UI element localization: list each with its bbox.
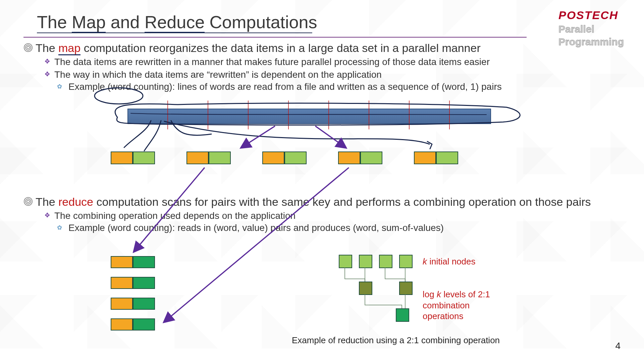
map-heading: The map computation reorganizes the data… bbox=[23, 42, 624, 55]
map-heading-post: computation reorganizes the data items i… bbox=[80, 42, 481, 54]
map-pair-2 bbox=[186, 152, 231, 164]
map-pair-1 bbox=[111, 152, 155, 164]
page-number: 4 bbox=[615, 341, 621, 351]
title-post: Computations bbox=[205, 12, 317, 32]
title-pre: The bbox=[37, 12, 72, 32]
dataset-bar bbox=[127, 109, 491, 124]
map-bullet-1: The data items are rewritten in a manner… bbox=[44, 57, 624, 67]
map-pair-3 bbox=[262, 152, 307, 164]
tree-label-initial-rest: initial nodes bbox=[427, 256, 476, 266]
tree-label-initial: k initial nodes bbox=[423, 256, 476, 267]
tree-label-levels-pre: log bbox=[423, 289, 437, 299]
tree-root bbox=[396, 308, 409, 322]
title-mid: and bbox=[106, 12, 145, 32]
svg-point-2 bbox=[27, 46, 30, 49]
map-example: Example (word counting): lines of words … bbox=[57, 81, 624, 92]
reduce-pair-3 bbox=[111, 298, 155, 310]
reduce-heading: The reduce computation scans for pairs w… bbox=[23, 195, 624, 208]
reduce-pair-2 bbox=[111, 277, 155, 289]
reduce-bullet-1: The combining operation used depends on … bbox=[44, 210, 624, 221]
reduce-heading-pre: The bbox=[36, 195, 58, 208]
logo-course-1: Parallel bbox=[558, 24, 624, 35]
tree-label-initial-k: k bbox=[423, 256, 427, 266]
target-icon bbox=[23, 197, 33, 206]
reduce-example: Example (word counting): reads in (word,… bbox=[57, 223, 624, 233]
tree-inner-2 bbox=[399, 282, 413, 295]
target-icon bbox=[23, 43, 33, 52]
tree-label-levels-k: k bbox=[437, 289, 441, 299]
svg-point-1 bbox=[25, 45, 31, 50]
reduce-pair-1 bbox=[111, 256, 155, 268]
map-bullet-2: The way in which the data items are “rew… bbox=[44, 69, 624, 80]
tree-label-levels: log k levels of 2:1 combination operatio… bbox=[423, 289, 510, 322]
reduce-heading-post: computation scans for pairs with the sam… bbox=[93, 195, 591, 208]
slide-title: The Map and Reduce Computations bbox=[37, 12, 317, 32]
title-divider bbox=[23, 37, 527, 38]
figure-caption: Example of reduction using a 2:1 combini… bbox=[292, 335, 500, 346]
reduce-heading-hl: reduce bbox=[58, 195, 93, 208]
content-area: The map computation reorganizes the data… bbox=[23, 40, 624, 233]
logo-brand: POSTECH bbox=[558, 9, 624, 22]
svg-point-5 bbox=[27, 200, 30, 203]
tree-leaf-3 bbox=[379, 255, 392, 268]
title-map: Map bbox=[72, 12, 106, 33]
tree-inner-1 bbox=[359, 282, 372, 295]
reduce-pair-4 bbox=[111, 318, 155, 330]
map-heading-hl: map bbox=[58, 42, 80, 55]
map-pair-4 bbox=[338, 152, 382, 164]
svg-point-4 bbox=[25, 199, 31, 204]
tree-leaf-4 bbox=[399, 255, 413, 268]
tree-leaf-1 bbox=[339, 255, 352, 268]
title-reduce: Reduce bbox=[145, 12, 205, 33]
tree-leaf-2 bbox=[359, 255, 372, 268]
map-heading-pre: The bbox=[36, 42, 58, 54]
map-pair-5 bbox=[414, 152, 458, 164]
